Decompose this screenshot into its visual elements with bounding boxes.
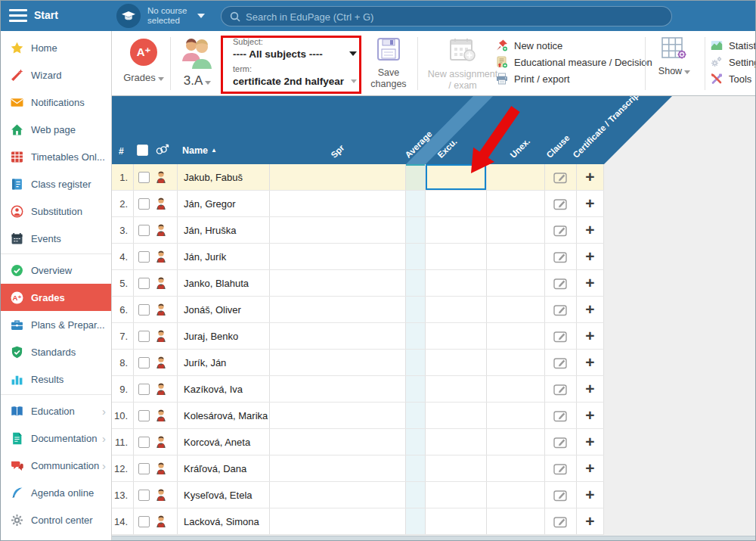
cell-excused[interactable] bbox=[426, 191, 487, 216]
cell-add-grade[interactable]: + bbox=[577, 191, 604, 216]
student-name[interactable]: Ján, Gregor bbox=[178, 191, 270, 216]
cell-spr[interactable] bbox=[270, 429, 406, 455]
student-name[interactable]: Jurík, Ján bbox=[178, 350, 270, 375]
cell-unexcused[interactable] bbox=[487, 244, 545, 269]
sidebar-item-overview[interactable]: Overview bbox=[1, 257, 111, 284]
sidebar-item-notifications[interactable]: Notifications bbox=[1, 89, 111, 116]
cell-unexcused[interactable] bbox=[487, 191, 545, 216]
student-name[interactable]: Korcová, Aneta bbox=[178, 429, 270, 455]
cell-add-grade[interactable]: + bbox=[577, 376, 604, 402]
row-checkbox[interactable] bbox=[138, 331, 150, 342]
sidebar-item-wizard[interactable]: Wizard bbox=[1, 61, 111, 89]
cell-spr[interactable] bbox=[270, 508, 406, 534]
column-certificate-transcript[interactable]: Certificate / Transcript bbox=[572, 89, 643, 160]
sidebar-item-grades[interactable]: Grades bbox=[1, 284, 111, 311]
select-all-checkbox[interactable] bbox=[137, 145, 148, 156]
cell-clause-edit[interactable] bbox=[545, 323, 577, 349]
sidebar-item-standards[interactable]: Standards bbox=[1, 338, 111, 365]
cell-spr[interactable] bbox=[270, 297, 406, 322]
save-changes-button[interactable]: Savechanges bbox=[363, 37, 414, 90]
educational-measure-button[interactable]: Educational measure / Decision bbox=[496, 54, 643, 70]
grades-dropdown-button[interactable]: A⁺ Grades bbox=[119, 37, 168, 84]
sidebar-item-communication[interactable]: Communication › bbox=[1, 452, 111, 479]
column-name-sort[interactable]: Name▲ bbox=[182, 145, 217, 156]
cell-unexcused[interactable] bbox=[487, 508, 545, 534]
student-name[interactable]: Ján, Hruška bbox=[178, 217, 270, 243]
cell-add-grade[interactable]: + bbox=[577, 270, 604, 296]
cell-add-grade[interactable]: + bbox=[577, 455, 604, 481]
cell-excused[interactable] bbox=[426, 455, 487, 481]
cell-clause-edit[interactable] bbox=[545, 297, 577, 322]
student-name[interactable]: Kolesárová, Marika bbox=[178, 403, 270, 428]
cell-spr[interactable] bbox=[270, 244, 406, 269]
row-checkbox[interactable] bbox=[138, 198, 150, 210]
tools-button[interactable]: Tools bbox=[711, 70, 756, 87]
hamburger-menu-icon[interactable] bbox=[9, 9, 27, 23]
sidebar-item-education[interactable]: Education › bbox=[1, 397, 111, 424]
show-dropdown-button[interactable]: Show bbox=[650, 37, 699, 77]
chevron-down-icon[interactable] bbox=[197, 14, 205, 18]
start-menu[interactable]: Start bbox=[34, 9, 58, 21]
student-name[interactable]: Kazíková, Iva bbox=[178, 376, 270, 402]
row-checkbox[interactable] bbox=[138, 437, 150, 448]
row-checkbox[interactable] bbox=[138, 278, 150, 289]
cell-excused[interactable] bbox=[426, 270, 487, 296]
row-checkbox[interactable] bbox=[138, 251, 150, 263]
cell-unexcused[interactable] bbox=[487, 429, 545, 455]
cell-clause-edit[interactable] bbox=[545, 508, 577, 534]
row-checkbox[interactable] bbox=[138, 384, 150, 395]
cell-clause-edit[interactable] bbox=[545, 217, 577, 243]
cell-unexcused[interactable] bbox=[487, 350, 545, 375]
student-name[interactable]: Jakub, Fabuš bbox=[178, 164, 270, 190]
sidebar-item-substitution[interactable]: Substitution bbox=[1, 197, 111, 225]
statistics-button[interactable]: Statistics bbox=[711, 37, 756, 54]
row-checkbox[interactable] bbox=[138, 304, 150, 316]
row-checkbox[interactable] bbox=[138, 225, 150, 236]
search-input[interactable]: Search in EduPage (Ctrl + G) bbox=[221, 6, 672, 26]
cell-add-grade[interactable]: + bbox=[577, 403, 604, 428]
cell-excused[interactable] bbox=[426, 244, 487, 269]
sidebar-item-plans-preparations[interactable]: Plans & Prepar... bbox=[1, 311, 111, 338]
student-name[interactable]: Ján, Jurík bbox=[178, 244, 270, 269]
sidebar-item-events[interactable]: Events bbox=[1, 225, 111, 252]
cell-spr[interactable] bbox=[270, 217, 406, 243]
sidebar-item-class-register[interactable]: Class register bbox=[1, 170, 111, 197]
row-checkbox[interactable] bbox=[138, 410, 150, 421]
gender-icon[interactable] bbox=[155, 144, 169, 155]
cell-excused[interactable] bbox=[426, 403, 487, 428]
sidebar-item-timetables-online[interactable]: Timetables Onl... bbox=[1, 143, 111, 170]
cell-excused[interactable] bbox=[426, 297, 487, 322]
print-export-button[interactable]: Print / export bbox=[496, 70, 643, 87]
cell-spr[interactable] bbox=[270, 270, 406, 296]
sidebar-item-results[interactable]: Results bbox=[1, 365, 111, 393]
cell-excused[interactable] bbox=[426, 482, 487, 508]
cell-spr[interactable] bbox=[270, 376, 406, 402]
settings-button[interactable]: Settings bbox=[711, 54, 756, 70]
student-name[interactable]: Lacková, Simona bbox=[178, 508, 270, 534]
cell-spr[interactable] bbox=[270, 323, 406, 349]
cell-unexcused[interactable] bbox=[487, 376, 545, 402]
cell-add-grade[interactable]: + bbox=[577, 350, 604, 375]
cell-add-grade[interactable]: + bbox=[577, 508, 604, 534]
sidebar-item-control-center[interactable]: Control center bbox=[1, 506, 111, 533]
cell-excused[interactable] bbox=[426, 350, 487, 375]
cell-clause-edit[interactable] bbox=[545, 376, 577, 402]
column-clause[interactable]: Clause bbox=[545, 133, 572, 160]
cell-unexcused[interactable] bbox=[487, 217, 545, 243]
cell-excused[interactable] bbox=[426, 323, 487, 349]
cell-clause-edit[interactable] bbox=[545, 270, 577, 296]
class-selector-button[interactable]: 3.A bbox=[174, 36, 221, 89]
cell-excused[interactable] bbox=[426, 376, 487, 402]
cell-clause-edit[interactable] bbox=[545, 455, 577, 481]
new-assignment-button[interactable]: New assignment/ exam bbox=[420, 37, 505, 92]
cell-clause-edit[interactable] bbox=[545, 482, 577, 508]
cell-add-grade[interactable]: + bbox=[577, 244, 604, 269]
row-checkbox[interactable] bbox=[138, 490, 150, 501]
cell-add-grade[interactable]: + bbox=[577, 429, 604, 455]
new-notice-button[interactable]: New notice bbox=[496, 37, 643, 54]
course-selector-button[interactable] bbox=[116, 4, 141, 28]
cell-spr[interactable] bbox=[270, 164, 406, 190]
horizontal-scrollbar[interactable] bbox=[112, 536, 756, 541]
cell-spr[interactable] bbox=[270, 191, 406, 216]
cell-spr[interactable] bbox=[270, 403, 406, 428]
